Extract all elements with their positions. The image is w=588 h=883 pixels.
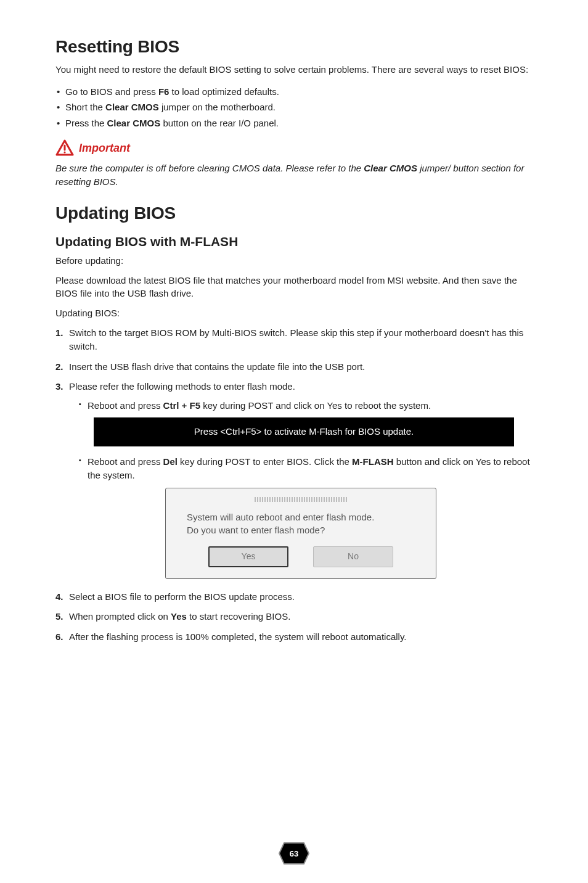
yes-ref: Yes xyxy=(171,611,187,622)
heading-resetting-bios: Resetting BIOS xyxy=(55,37,533,57)
text: Short the xyxy=(65,102,105,112)
text: to start recovering BIOS. xyxy=(187,611,290,622)
dialog-drag-handle-icon xyxy=(255,497,347,502)
bullet-goto-bios: Go to BIOS and press F6 to load optimize… xyxy=(57,84,533,100)
step-3b: Reboot and press Del key during POST to … xyxy=(79,455,533,483)
svg-point-1 xyxy=(63,152,65,154)
text: to load optimized defaults. xyxy=(169,86,279,97)
step-3: Please refer the following methods to en… xyxy=(55,380,533,579)
mflash-prompt-bar: Press <Ctrl+F5> to activate M-Flash for … xyxy=(94,417,514,446)
clear-cmos-button: Clear CMOS xyxy=(107,118,161,128)
text: jumper on the motherboard. xyxy=(159,102,276,112)
resetting-intro: You might need to restore the default BI… xyxy=(55,63,533,76)
before-updating-label: Before updating: xyxy=(55,254,533,268)
updating-bios-label: Updating BIOS: xyxy=(55,306,533,320)
step-3-subbullets: Reboot and press Ctrl + F5 key during PO… xyxy=(69,399,533,413)
text: button on the rear I/O panel. xyxy=(160,118,279,128)
text: key during POST and click on Yes to rebo… xyxy=(200,400,431,411)
warning-triangle-icon xyxy=(55,139,74,157)
flash-mode-dialog: System will auto reboot and enter flash … xyxy=(165,488,436,579)
dialog-message: System will auto reboot and enter flash … xyxy=(166,511,436,546)
step-1: Switch to the target BIOS ROM by Multi-B… xyxy=(55,326,533,354)
step-6: After the flashing process is 100% compl… xyxy=(55,630,533,644)
manual-page: Resetting BIOS You might need to restore… xyxy=(0,0,588,883)
clear-cmos-ref: Clear CMOS xyxy=(364,163,417,173)
text: When prompted click on xyxy=(69,611,171,622)
mflash-button-ref: M-FLASH xyxy=(352,456,394,467)
important-callout-header: Important xyxy=(55,139,533,157)
heading-updating-bios: Updating BIOS xyxy=(55,203,533,223)
key-del: Del xyxy=(163,456,178,467)
step-5: When prompted click on Yes to start reco… xyxy=(55,610,533,624)
clear-cmos-jumper: Clear CMOS xyxy=(105,102,159,112)
step-3a: Reboot and press Ctrl + F5 key during PO… xyxy=(79,399,533,413)
dialog-button-row: Yes No xyxy=(166,546,436,567)
bullet-short-clear-cmos: Short the Clear CMOS jumper on the mothe… xyxy=(57,99,533,115)
text: Go to BIOS and press xyxy=(65,86,158,97)
text: Press the xyxy=(65,118,107,128)
dialog-line-2: Do you want to enter flash mode? xyxy=(187,525,325,535)
step-2: Insert the USB flash drive that contains… xyxy=(55,360,533,374)
important-text: Be sure the computer is off before clear… xyxy=(55,162,533,189)
resetting-bullet-list: Go to BIOS and press F6 to load optimize… xyxy=(55,84,533,131)
text: key during POST to enter BIOS. Click the xyxy=(178,456,352,467)
dialog-no-button[interactable]: No xyxy=(313,546,393,567)
step-3-text: Please refer the following methods to en… xyxy=(69,381,295,392)
text: Reboot and press xyxy=(88,400,163,411)
bullet-press-clear-cmos: Press the Clear CMOS button on the rear … xyxy=(57,115,533,131)
text: Reboot and press xyxy=(88,456,163,467)
updating-steps-list: Switch to the target BIOS ROM by Multi-B… xyxy=(55,326,533,644)
text: Be sure the computer is off before clear… xyxy=(55,163,364,173)
dialog-yes-button[interactable]: Yes xyxy=(208,546,288,567)
page-number: 63 xyxy=(290,849,298,858)
page-number-badge: 63 xyxy=(278,841,310,866)
important-label: Important xyxy=(79,142,130,155)
key-ctrl-f5: Ctrl + F5 xyxy=(163,400,200,411)
page-footer: 63 xyxy=(0,841,588,866)
key-f6: F6 xyxy=(158,86,169,97)
step-3-subbullets-2: Reboot and press Del key during POST to … xyxy=(69,455,533,483)
step-4: Select a BIOS file to perform the BIOS u… xyxy=(55,590,533,604)
heading-mflash: Updating BIOS with M-FLASH xyxy=(55,234,533,249)
dialog-line-1: System will auto reboot and enter flash … xyxy=(187,512,374,522)
before-updating-text: Please download the latest BIOS file tha… xyxy=(55,274,533,301)
